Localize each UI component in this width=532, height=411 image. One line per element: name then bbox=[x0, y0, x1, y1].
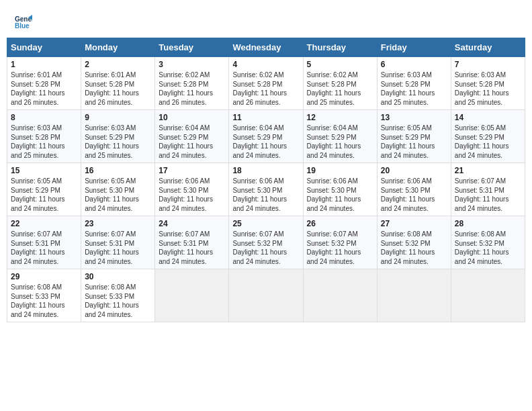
day-info: Sunrise: 6:03 AM Sunset: 5:28 PM Dayligh… bbox=[381, 71, 447, 107]
calendar-week-row: 15Sunrise: 6:05 AM Sunset: 5:29 PM Dayli… bbox=[7, 163, 525, 216]
day-number: 17 bbox=[159, 166, 225, 175]
day-info: Sunrise: 6:06 AM Sunset: 5:30 PM Dayligh… bbox=[159, 177, 225, 213]
calendar-cell: 18Sunrise: 6:06 AM Sunset: 5:30 PM Dayli… bbox=[229, 163, 303, 216]
calendar-cell: 23Sunrise: 6:07 AM Sunset: 5:31 PM Dayli… bbox=[81, 216, 155, 269]
day-info: Sunrise: 6:02 AM Sunset: 5:28 PM Dayligh… bbox=[307, 71, 373, 107]
day-info: Sunrise: 6:05 AM Sunset: 5:29 PM Dayligh… bbox=[381, 124, 447, 160]
day-info: Sunrise: 6:08 AM Sunset: 5:32 PM Dayligh… bbox=[381, 230, 447, 266]
calendar-cell: 14Sunrise: 6:05 AM Sunset: 5:29 PM Dayli… bbox=[451, 110, 525, 163]
day-number: 10 bbox=[159, 113, 225, 122]
calendar-cell: 10Sunrise: 6:04 AM Sunset: 5:29 PM Dayli… bbox=[155, 110, 229, 163]
day-number: 23 bbox=[85, 219, 151, 228]
day-info: Sunrise: 6:02 AM Sunset: 5:28 PM Dayligh… bbox=[232, 71, 299, 107]
day-number: 20 bbox=[381, 166, 447, 175]
calendar-cell bbox=[155, 269, 229, 322]
day-number: 11 bbox=[232, 113, 299, 122]
day-info: Sunrise: 6:06 AM Sunset: 5:30 PM Dayligh… bbox=[381, 177, 447, 213]
calendar-cell: 24Sunrise: 6:07 AM Sunset: 5:31 PM Dayli… bbox=[155, 216, 229, 269]
calendar-cell: 26Sunrise: 6:07 AM Sunset: 5:32 PM Dayli… bbox=[303, 216, 377, 269]
calendar-cell: 5Sunrise: 6:02 AM Sunset: 5:28 PM Daylig… bbox=[303, 57, 377, 110]
calendar-header-row: SundayMondayTuesdayWednesdayThursdayFrid… bbox=[7, 38, 525, 57]
svg-text:Blue: Blue bbox=[15, 22, 30, 30]
day-number: 29 bbox=[11, 272, 77, 281]
day-number: 9 bbox=[85, 113, 151, 122]
col-header-tuesday: Tuesday bbox=[155, 38, 229, 57]
day-number: 7 bbox=[455, 60, 521, 69]
day-number: 6 bbox=[381, 60, 447, 69]
calendar-cell: 16Sunrise: 6:05 AM Sunset: 5:30 PM Dayli… bbox=[81, 163, 155, 216]
day-info: Sunrise: 6:07 AM Sunset: 5:31 PM Dayligh… bbox=[11, 230, 77, 266]
day-info: Sunrise: 6:01 AM Sunset: 5:28 PM Dayligh… bbox=[11, 71, 77, 107]
day-info: Sunrise: 6:04 AM Sunset: 5:29 PM Dayligh… bbox=[159, 124, 225, 160]
calendar-cell: 8Sunrise: 6:03 AM Sunset: 5:28 PM Daylig… bbox=[7, 110, 81, 163]
day-info: Sunrise: 6:06 AM Sunset: 5:30 PM Dayligh… bbox=[232, 177, 299, 213]
calendar-cell: 1Sunrise: 6:01 AM Sunset: 5:28 PM Daylig… bbox=[7, 57, 81, 110]
calendar-cell: 4Sunrise: 6:02 AM Sunset: 5:28 PM Daylig… bbox=[229, 57, 303, 110]
calendar-cell: 20Sunrise: 6:06 AM Sunset: 5:30 PM Dayli… bbox=[377, 163, 451, 216]
calendar-cell: 17Sunrise: 6:06 AM Sunset: 5:30 PM Dayli… bbox=[155, 163, 229, 216]
day-info: Sunrise: 6:08 AM Sunset: 5:33 PM Dayligh… bbox=[85, 283, 151, 319]
day-number: 18 bbox=[232, 166, 299, 175]
calendar-cell: 19Sunrise: 6:06 AM Sunset: 5:30 PM Dayli… bbox=[303, 163, 377, 216]
header: General Blue bbox=[7, 7, 525, 34]
calendar-cell bbox=[229, 269, 303, 322]
day-info: Sunrise: 6:04 AM Sunset: 5:29 PM Dayligh… bbox=[232, 124, 299, 160]
day-number: 21 bbox=[455, 166, 521, 175]
day-number: 30 bbox=[85, 272, 151, 281]
calendar-week-row: 22Sunrise: 6:07 AM Sunset: 5:31 PM Dayli… bbox=[7, 216, 525, 269]
calendar-cell: 21Sunrise: 6:07 AM Sunset: 5:31 PM Dayli… bbox=[451, 163, 525, 216]
day-number: 1 bbox=[11, 60, 77, 69]
calendar-cell: 6Sunrise: 6:03 AM Sunset: 5:28 PM Daylig… bbox=[377, 57, 451, 110]
day-info: Sunrise: 6:03 AM Sunset: 5:28 PM Dayligh… bbox=[455, 71, 521, 107]
logo: General Blue bbox=[13, 12, 34, 31]
calendar-cell: 2Sunrise: 6:01 AM Sunset: 5:28 PM Daylig… bbox=[81, 57, 155, 110]
day-info: Sunrise: 6:02 AM Sunset: 5:28 PM Dayligh… bbox=[159, 71, 225, 107]
calendar-week-row: 1Sunrise: 6:01 AM Sunset: 5:28 PM Daylig… bbox=[7, 57, 525, 110]
calendar-cell: 29Sunrise: 6:08 AM Sunset: 5:33 PM Dayli… bbox=[7, 269, 81, 322]
calendar-cell bbox=[377, 269, 451, 322]
day-number: 19 bbox=[307, 166, 373, 175]
day-info: Sunrise: 6:07 AM Sunset: 5:31 PM Dayligh… bbox=[455, 177, 521, 213]
day-number: 13 bbox=[381, 113, 447, 122]
calendar-cell: 28Sunrise: 6:08 AM Sunset: 5:32 PM Dayli… bbox=[451, 216, 525, 269]
calendar-cell: 12Sunrise: 6:04 AM Sunset: 5:29 PM Dayli… bbox=[303, 110, 377, 163]
day-number: 16 bbox=[85, 166, 151, 175]
calendar-cell: 3Sunrise: 6:02 AM Sunset: 5:28 PM Daylig… bbox=[155, 57, 229, 110]
day-number: 22 bbox=[11, 219, 77, 228]
calendar-cell bbox=[303, 269, 377, 322]
day-info: Sunrise: 6:08 AM Sunset: 5:32 PM Dayligh… bbox=[455, 230, 521, 266]
calendar-cell: 25Sunrise: 6:07 AM Sunset: 5:32 PM Dayli… bbox=[229, 216, 303, 269]
day-info: Sunrise: 6:08 AM Sunset: 5:33 PM Dayligh… bbox=[11, 283, 77, 319]
day-number: 2 bbox=[85, 60, 151, 69]
calendar-cell bbox=[451, 269, 525, 322]
day-info: Sunrise: 6:01 AM Sunset: 5:28 PM Dayligh… bbox=[85, 71, 151, 107]
day-number: 28 bbox=[455, 219, 521, 228]
day-info: Sunrise: 6:03 AM Sunset: 5:29 PM Dayligh… bbox=[85, 124, 151, 160]
day-info: Sunrise: 6:07 AM Sunset: 5:31 PM Dayligh… bbox=[85, 230, 151, 266]
calendar-cell: 13Sunrise: 6:05 AM Sunset: 5:29 PM Dayli… bbox=[377, 110, 451, 163]
calendar-week-row: 8Sunrise: 6:03 AM Sunset: 5:28 PM Daylig… bbox=[7, 110, 525, 163]
day-number: 26 bbox=[307, 219, 373, 228]
calendar-week-row: 29Sunrise: 6:08 AM Sunset: 5:33 PM Dayli… bbox=[7, 269, 525, 322]
day-number: 24 bbox=[159, 219, 225, 228]
day-number: 5 bbox=[307, 60, 373, 69]
day-info: Sunrise: 6:07 AM Sunset: 5:32 PM Dayligh… bbox=[307, 230, 373, 266]
calendar-cell: 30Sunrise: 6:08 AM Sunset: 5:33 PM Dayli… bbox=[81, 269, 155, 322]
calendar-cell: 22Sunrise: 6:07 AM Sunset: 5:31 PM Dayli… bbox=[7, 216, 81, 269]
calendar-cell: 11Sunrise: 6:04 AM Sunset: 5:29 PM Dayli… bbox=[229, 110, 303, 163]
calendar-table: SundayMondayTuesdayWednesdayThursdayFrid… bbox=[7, 38, 525, 322]
day-info: Sunrise: 6:07 AM Sunset: 5:31 PM Dayligh… bbox=[159, 230, 225, 266]
day-info: Sunrise: 6:07 AM Sunset: 5:32 PM Dayligh… bbox=[232, 230, 299, 266]
col-header-saturday: Saturday bbox=[451, 38, 525, 57]
col-header-wednesday: Wednesday bbox=[229, 38, 303, 57]
day-info: Sunrise: 6:05 AM Sunset: 5:29 PM Dayligh… bbox=[11, 177, 77, 213]
logo-icon: General Blue bbox=[13, 12, 32, 31]
day-number: 4 bbox=[232, 60, 299, 69]
day-number: 14 bbox=[455, 113, 521, 122]
calendar-cell: 15Sunrise: 6:05 AM Sunset: 5:29 PM Dayli… bbox=[7, 163, 81, 216]
day-number: 8 bbox=[11, 113, 77, 122]
day-number: 3 bbox=[159, 60, 225, 69]
day-info: Sunrise: 6:03 AM Sunset: 5:28 PM Dayligh… bbox=[11, 124, 77, 160]
col-header-sunday: Sunday bbox=[7, 38, 81, 57]
day-number: 15 bbox=[11, 166, 77, 175]
